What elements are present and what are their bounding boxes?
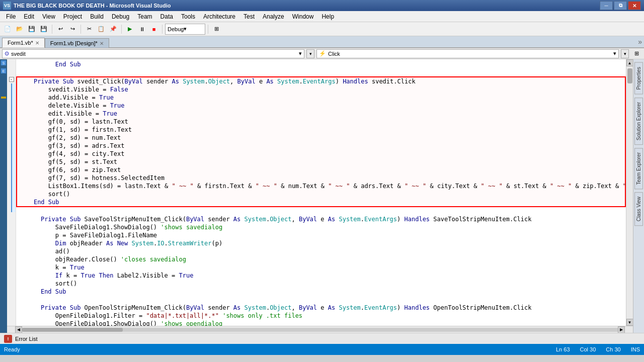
tab-label-form1vb: Form1.vb* [8, 40, 33, 46]
code-line: k = True [18, 263, 624, 272]
scroll-thumb[interactable] [627, 68, 632, 83]
activity-icon-2[interactable]: E [1, 68, 6, 73]
code-line: delete.Visible = True [18, 102, 624, 110]
menu-team[interactable]: Team [133, 12, 156, 21]
close-button[interactable]: ✕ [628, 1, 641, 10]
menu-file[interactable]: File [2, 12, 20, 21]
tab-form1design[interactable]: Form1.vb [Design]* ✕ [45, 38, 109, 48]
panel-properties[interactable]: Properties [634, 62, 643, 95]
code-line: Private Sub SaveToolStripMenuItem_Click(… [18, 215, 624, 223]
menu-data[interactable]: Data [156, 12, 177, 21]
status-line: Ln 63 [556, 346, 570, 352]
code-line: add.Visible = True [18, 94, 624, 102]
code-editor[interactable]: End Sub Private Sub svedit_Click(ByVal s… [16, 59, 626, 326]
menu-project[interactable]: Project [59, 12, 86, 21]
code-line: End Sub [18, 60, 624, 68]
menu-test[interactable]: Test [239, 12, 259, 21]
save-all-btn[interactable]: 💾 [38, 24, 49, 35]
hscroll-track[interactable] [22, 328, 618, 332]
open-btn[interactable]: 📂 [14, 24, 25, 35]
code-line: Dim objReader As New System.IO.StreamWri… [18, 239, 624, 247]
close-tab-form1design[interactable]: ✕ [100, 41, 104, 46]
activity-icon-3[interactable] [1, 97, 6, 99]
menu-window[interactable]: Window [288, 12, 318, 21]
method-dropdown[interactable]: ⚡ Click ▾ [316, 49, 619, 58]
paste-btn[interactable]: 📌 [108, 24, 119, 35]
solution-platforms-btn[interactable]: ⊞ [211, 24, 222, 35]
menu-tools[interactable]: Tools [177, 12, 199, 21]
menu-help[interactable]: Help [317, 12, 338, 21]
status-bar: Ready Ln 63 Col 30 Ch 30 INS [0, 344, 644, 355]
tab-expand-btn[interactable]: » [638, 38, 642, 46]
sep2 [80, 25, 81, 34]
tab-form1vb[interactable]: Form1.vb* ✕ [2, 38, 45, 48]
copy-btn[interactable]: 📋 [96, 24, 107, 35]
menu-build[interactable]: Build [86, 12, 108, 21]
collapse-svedit[interactable]: - [7, 75, 16, 83]
menu-view[interactable]: View [38, 12, 59, 21]
undo-btn[interactable]: ↩ [55, 24, 66, 35]
panel-team-explorer[interactable]: Team Explorer [634, 148, 643, 189]
scope-label: svedit [11, 51, 26, 57]
menu-debug[interactable]: Debug [108, 12, 133, 21]
code-line: Private Sub OpenToolStripMenuItem_Click(… [18, 304, 624, 312]
hscroll-left-btn[interactable]: ◀ [15, 326, 22, 333]
menu-analyze[interactable]: Analyze [259, 12, 288, 21]
code-line: objReader.Close() 'closes savedialog [18, 255, 624, 263]
menu-edit[interactable]: Edit [20, 12, 38, 21]
sep4 [162, 25, 163, 34]
save-btn[interactable]: 💾 [26, 24, 37, 35]
scope-dropdown[interactable]: ⊙ svedit ▾ [2, 49, 304, 58]
code-line: gf(1, sd) = firstn.Text [18, 126, 624, 134]
config-dropdown[interactable]: Debug▾ [165, 24, 205, 35]
menu-architecture[interactable]: Architecture [199, 12, 239, 21]
scope-split-btn[interactable]: ▾ [306, 49, 314, 58]
code-line: sort() [18, 190, 624, 198]
cut-btn[interactable]: ✂ [84, 24, 95, 35]
code-container: - [7, 59, 633, 333]
debug-start-btn[interactable]: ▶ [124, 24, 135, 35]
scroll-down-btn[interactable]: ▼ [626, 319, 633, 326]
minimize-button[interactable]: ─ [600, 1, 613, 10]
code-line: gf(3, sd) = adrs.Text [18, 142, 624, 150]
horizontal-scrollbar[interactable]: ◀ ▶ [7, 326, 633, 333]
code-line: p = SaveFileDialog1.FileName [18, 231, 624, 239]
code-line [18, 68, 624, 76]
status-ready: Ready [4, 346, 20, 352]
sep5 [208, 25, 208, 34]
editor-nav: ⊙ svedit ▾ ▾ ⚡ Click ▾ ▾ ⊞ [0, 48, 644, 59]
code-line: gf(4, sd) = city.Text [18, 150, 624, 158]
activity-icon-1[interactable]: S [1, 60, 6, 65]
code-line: OpenFileDialog1.Filter = "data|*.txt|all… [18, 312, 624, 320]
scroll-up-btn[interactable]: ▲ [626, 59, 633, 66]
code-line: edit.Visible = True [18, 110, 624, 118]
outlining-margin: - [7, 59, 16, 326]
panel-solution-explorer[interactable]: Solution Explorer [634, 98, 643, 145]
code-line [18, 296, 624, 304]
error-list-label[interactable]: Error List [15, 336, 38, 342]
code-line: End Sub [18, 198, 624, 206]
close-tab-form1vb[interactable]: ✕ [35, 40, 39, 46]
code-line: SaveFileDialog1.ShowDialog() 'shows save… [18, 223, 624, 231]
hscroll-thumb[interactable] [22, 328, 123, 332]
sep1 [52, 25, 52, 34]
code-line: gf(6, sd) = zip.Text [18, 166, 624, 174]
method-split-btn[interactable]: ▾ [621, 49, 629, 58]
code-line: Private Sub svedit_Click(ByVal sender As… [18, 77, 624, 85]
new-project-btn[interactable]: 📄 [2, 24, 13, 35]
debug-pause-btn[interactable]: ⏸ [136, 24, 147, 35]
error-bar: ! Error List [0, 333, 644, 344]
app-icon: VS [3, 2, 11, 10]
hscroll-right-btn[interactable]: ▶ [618, 326, 625, 333]
panel-class-view[interactable]: Class View [634, 192, 643, 226]
code-line: If k = True Then Label2.Visible = True [18, 272, 624, 280]
toolbar: 📄 📂 💾 💾 ↩ ↪ ✂ 📋 📌 ▶ ⏸ ■ Debug▾ ⊞ [0, 22, 644, 36]
restore-button[interactable]: ⧉ [614, 1, 627, 10]
title-text: THE BIG BLACK BOOK OF DEATH - Microsoft … [14, 3, 600, 9]
redo-btn[interactable]: ↪ [67, 24, 78, 35]
status-ins: INS [631, 346, 640, 352]
window-controls: ─ ⧉ ✕ [600, 1, 641, 10]
debug-stop-btn[interactable]: ■ [148, 24, 159, 35]
expand-collapse-btn[interactable]: ⊞ [631, 48, 642, 59]
vertical-scrollbar[interactable]: ▲ ▼ [626, 59, 633, 326]
